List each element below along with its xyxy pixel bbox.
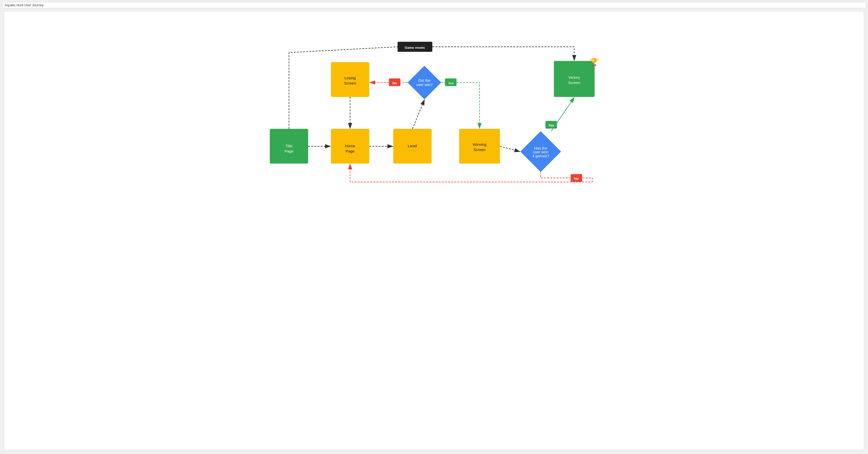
edge-reset-right <box>432 47 574 61</box>
title-page-label2: Page <box>284 149 293 153</box>
yes1-label: Yes <box>448 81 454 85</box>
edge-no2-path1 <box>541 172 570 178</box>
edge-no2-path2 <box>350 164 592 182</box>
edge-level-to-decision <box>412 100 425 129</box>
game-resets-label: Game resets <box>405 46 425 50</box>
diagram-container: Title Page Home Page Level Losing Screen… <box>4 11 864 450</box>
yes2-label: Yes <box>548 123 554 127</box>
home-page-label2: Page <box>345 149 354 153</box>
victory-screen-label2: Screen <box>568 81 581 85</box>
trophy-icon: 🏆 <box>590 58 599 66</box>
page-title: Aquatic Hunt User Journey <box>2 2 866 8</box>
has-won-4-label3: 4 games? <box>532 154 549 158</box>
losing-screen-label2: Screen <box>344 81 356 85</box>
no2-label: No <box>574 177 579 181</box>
did-user-win-label2: user win? <box>416 83 433 87</box>
home-page-label: Home <box>345 144 355 148</box>
winning-screen-label: Winning <box>472 142 486 147</box>
level-label: Level <box>408 144 417 148</box>
losing-screen-label: Losing <box>344 76 356 80</box>
edge-yes-to-winning <box>441 83 479 128</box>
winning-screen-label2: Screen <box>473 148 486 152</box>
edge-yes2-to-victory <box>551 97 574 131</box>
did-user-win-label: Did the <box>418 78 431 83</box>
title-page-label: Title <box>285 144 292 148</box>
edge-winning-to-has4 <box>500 146 520 151</box>
no1-label: No <box>393 81 397 85</box>
victory-screen-label: Victory <box>568 75 580 80</box>
